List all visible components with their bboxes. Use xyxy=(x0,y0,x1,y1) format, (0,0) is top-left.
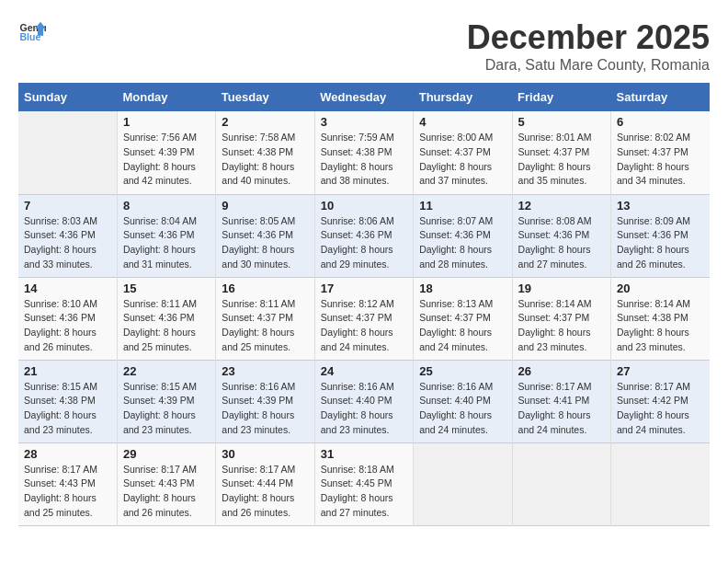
calendar-week-row: 14Sunrise: 8:10 AM Sunset: 4:36 PM Dayli… xyxy=(18,277,710,360)
day-info: Sunrise: 8:14 AM Sunset: 4:37 PM Dayligh… xyxy=(518,297,605,355)
calendar-cell: 22Sunrise: 8:15 AM Sunset: 4:39 PM Dayli… xyxy=(117,360,215,442)
calendar-cell: 5Sunrise: 8:01 AM Sunset: 4:37 PM Daylig… xyxy=(512,111,610,194)
day-number: 15 xyxy=(123,282,210,295)
day-number: 21 xyxy=(24,364,111,378)
weekday-header-wednesday: Wednesday xyxy=(314,83,413,111)
location-title: Dara, Satu Mare County, Romania xyxy=(467,57,710,74)
calendar-cell: 29Sunrise: 8:17 AM Sunset: 4:43 PM Dayli… xyxy=(117,442,215,525)
day-number: 11 xyxy=(419,199,506,213)
day-info: Sunrise: 8:15 AM Sunset: 4:38 PM Dayligh… xyxy=(24,380,111,438)
logo: General Blue xyxy=(18,18,46,46)
header: General Blue December 2025 Dara, Satu Ma… xyxy=(18,18,710,74)
day-info: Sunrise: 8:03 AM Sunset: 4:36 PM Dayligh… xyxy=(24,214,111,272)
day-info: Sunrise: 8:10 AM Sunset: 4:36 PM Dayligh… xyxy=(24,297,111,355)
weekday-header-thursday: Thursday xyxy=(414,83,512,111)
day-number: 29 xyxy=(123,447,210,461)
calendar-cell: 7Sunrise: 8:03 AM Sunset: 4:36 PM Daylig… xyxy=(18,194,117,277)
calendar-cell: 1Sunrise: 7:56 AM Sunset: 4:39 PM Daylig… xyxy=(117,111,215,194)
calendar-cell: 19Sunrise: 8:14 AM Sunset: 4:37 PM Dayli… xyxy=(512,277,610,360)
day-info: Sunrise: 8:09 AM Sunset: 4:36 PM Dayligh… xyxy=(617,214,704,272)
day-info: Sunrise: 7:59 AM Sunset: 4:38 PM Dayligh… xyxy=(321,131,407,189)
calendar-week-row: 28Sunrise: 8:17 AM Sunset: 4:43 PM Dayli… xyxy=(18,442,710,525)
day-info: Sunrise: 8:16 AM Sunset: 4:40 PM Dayligh… xyxy=(321,380,407,438)
weekday-header-monday: Monday xyxy=(117,83,215,111)
day-number: 26 xyxy=(518,364,605,378)
day-number: 10 xyxy=(321,199,407,213)
weekday-header-friday: Friday xyxy=(512,83,610,111)
day-number: 18 xyxy=(419,282,506,295)
calendar-cell xyxy=(611,442,710,525)
day-number: 9 xyxy=(222,199,308,213)
calendar-cell: 9Sunrise: 8:05 AM Sunset: 4:36 PM Daylig… xyxy=(216,194,314,277)
day-info: Sunrise: 8:11 AM Sunset: 4:37 PM Dayligh… xyxy=(222,297,308,355)
day-number: 8 xyxy=(123,199,210,213)
day-info: Sunrise: 8:08 AM Sunset: 4:36 PM Dayligh… xyxy=(518,214,605,272)
weekday-header-row: SundayMondayTuesdayWednesdayThursdayFrid… xyxy=(18,83,710,111)
svg-text:Blue: Blue xyxy=(20,31,41,42)
day-info: Sunrise: 8:17 AM Sunset: 4:44 PM Dayligh… xyxy=(222,463,308,521)
day-info: Sunrise: 8:15 AM Sunset: 4:39 PM Dayligh… xyxy=(123,380,210,438)
calendar-cell: 13Sunrise: 8:09 AM Sunset: 4:36 PM Dayli… xyxy=(611,194,710,277)
calendar-cell: 30Sunrise: 8:17 AM Sunset: 4:44 PM Dayli… xyxy=(216,442,314,525)
day-number: 6 xyxy=(617,115,704,129)
calendar-week-row: 1Sunrise: 7:56 AM Sunset: 4:39 PM Daylig… xyxy=(18,111,710,194)
calendar-cell: 25Sunrise: 8:16 AM Sunset: 4:40 PM Dayli… xyxy=(414,360,512,442)
day-number: 24 xyxy=(321,364,407,378)
calendar-cell: 4Sunrise: 8:00 AM Sunset: 4:37 PM Daylig… xyxy=(414,111,512,194)
logo-icon: General Blue xyxy=(18,18,46,46)
day-number: 31 xyxy=(321,447,407,461)
day-number: 20 xyxy=(617,282,704,295)
day-number: 16 xyxy=(222,282,308,295)
calendar-table: SundayMondayTuesdayWednesdayThursdayFrid… xyxy=(18,83,710,526)
day-number: 7 xyxy=(24,199,111,213)
day-number: 28 xyxy=(24,447,111,461)
day-info: Sunrise: 8:17 AM Sunset: 4:43 PM Dayligh… xyxy=(123,463,210,521)
day-info: Sunrise: 7:56 AM Sunset: 4:39 PM Dayligh… xyxy=(123,131,210,189)
calendar-cell: 8Sunrise: 8:04 AM Sunset: 4:36 PM Daylig… xyxy=(117,194,215,277)
day-info: Sunrise: 8:18 AM Sunset: 4:45 PM Dayligh… xyxy=(321,463,407,521)
day-info: Sunrise: 8:05 AM Sunset: 4:36 PM Dayligh… xyxy=(222,214,308,272)
calendar-cell: 28Sunrise: 8:17 AM Sunset: 4:43 PM Dayli… xyxy=(18,442,117,525)
day-info: Sunrise: 8:01 AM Sunset: 4:37 PM Dayligh… xyxy=(518,131,605,189)
calendar-week-row: 7Sunrise: 8:03 AM Sunset: 4:36 PM Daylig… xyxy=(18,194,710,277)
day-info: Sunrise: 8:17 AM Sunset: 4:42 PM Dayligh… xyxy=(617,380,704,438)
calendar-cell: 10Sunrise: 8:06 AM Sunset: 4:36 PM Dayli… xyxy=(314,194,413,277)
day-info: Sunrise: 8:02 AM Sunset: 4:37 PM Dayligh… xyxy=(617,131,704,189)
calendar-cell: 11Sunrise: 8:07 AM Sunset: 4:36 PM Dayli… xyxy=(414,194,512,277)
day-info: Sunrise: 8:00 AM Sunset: 4:37 PM Dayligh… xyxy=(419,131,506,189)
day-number: 13 xyxy=(617,199,704,213)
calendar-cell: 17Sunrise: 8:12 AM Sunset: 4:37 PM Dayli… xyxy=(314,277,413,360)
day-info: Sunrise: 7:58 AM Sunset: 4:38 PM Dayligh… xyxy=(222,131,308,189)
day-info: Sunrise: 8:16 AM Sunset: 4:39 PM Dayligh… xyxy=(222,380,308,438)
calendar-cell: 18Sunrise: 8:13 AM Sunset: 4:37 PM Dayli… xyxy=(414,277,512,360)
day-number: 17 xyxy=(321,282,407,295)
calendar-cell: 16Sunrise: 8:11 AM Sunset: 4:37 PM Dayli… xyxy=(216,277,314,360)
calendar-cell xyxy=(512,442,610,525)
day-info: Sunrise: 8:04 AM Sunset: 4:36 PM Dayligh… xyxy=(123,214,210,272)
calendar-cell xyxy=(18,111,117,194)
day-number: 4 xyxy=(419,115,506,129)
day-number: 19 xyxy=(518,282,605,295)
day-info: Sunrise: 8:12 AM Sunset: 4:37 PM Dayligh… xyxy=(321,297,407,355)
month-title: December 2025 xyxy=(467,18,710,57)
day-number: 27 xyxy=(617,364,704,378)
calendar-cell: 6Sunrise: 8:02 AM Sunset: 4:37 PM Daylig… xyxy=(611,111,710,194)
day-number: 3 xyxy=(321,115,407,129)
day-number: 12 xyxy=(518,199,605,213)
day-info: Sunrise: 8:14 AM Sunset: 4:38 PM Dayligh… xyxy=(617,297,704,355)
weekday-header-saturday: Saturday xyxy=(611,83,710,111)
day-number: 5 xyxy=(518,115,605,129)
day-info: Sunrise: 8:06 AM Sunset: 4:36 PM Dayligh… xyxy=(321,214,407,272)
day-number: 25 xyxy=(419,364,506,378)
title-section: December 2025 Dara, Satu Mare County, Ro… xyxy=(467,18,710,74)
calendar-cell: 15Sunrise: 8:11 AM Sunset: 4:36 PM Dayli… xyxy=(117,277,215,360)
day-number: 2 xyxy=(222,115,308,129)
calendar-cell: 20Sunrise: 8:14 AM Sunset: 4:38 PM Dayli… xyxy=(611,277,710,360)
day-info: Sunrise: 8:16 AM Sunset: 4:40 PM Dayligh… xyxy=(419,380,506,438)
calendar-cell: 31Sunrise: 8:18 AM Sunset: 4:45 PM Dayli… xyxy=(314,442,413,525)
calendar-cell: 24Sunrise: 8:16 AM Sunset: 4:40 PM Dayli… xyxy=(314,360,413,442)
calendar-cell: 23Sunrise: 8:16 AM Sunset: 4:39 PM Dayli… xyxy=(216,360,314,442)
calendar-cell: 12Sunrise: 8:08 AM Sunset: 4:36 PM Dayli… xyxy=(512,194,610,277)
day-number: 22 xyxy=(123,364,210,378)
day-info: Sunrise: 8:11 AM Sunset: 4:36 PM Dayligh… xyxy=(123,297,210,355)
